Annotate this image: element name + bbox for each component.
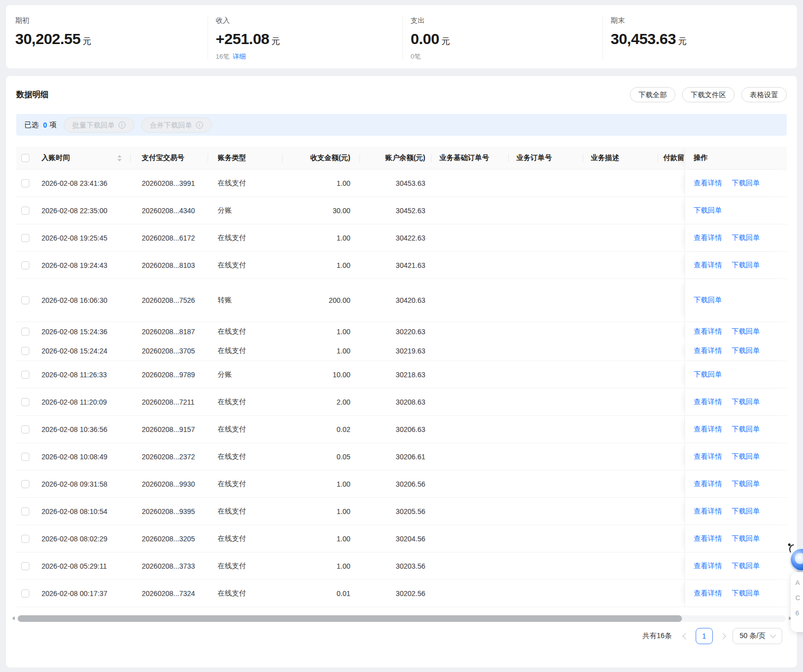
cell-actions: 查看详情下载回单: [685, 388, 787, 415]
row-checkbox[interactable]: [21, 453, 29, 461]
summary-unit: 元: [678, 35, 687, 47]
scroll-left-arrow[interactable]: [10, 616, 16, 620]
income-details-link[interactable]: 详细: [232, 53, 246, 60]
view-details-link[interactable]: 查看详情: [694, 534, 722, 543]
cell-account-type: 在线支付: [208, 327, 283, 336]
cell-entry-time: 2026-02-08 22:35:00: [42, 207, 131, 215]
cell-account-type: 在线支付: [208, 589, 283, 598]
row-checkbox-cell: [16, 207, 42, 215]
cell-account-type: 在线支付: [208, 398, 283, 407]
summary-label: 支出: [411, 16, 603, 25]
cell-transaction-id: 20260208...6172: [131, 234, 208, 242]
download-receipt-link[interactable]: 下载回单: [732, 507, 760, 516]
view-details-link[interactable]: 查看详情: [694, 507, 722, 516]
transactions-table: 入账时间 支付宝交易号 账务类型 收支金额(元) 账户余额(元) 业务基础订单号…: [16, 147, 787, 607]
view-details-link[interactable]: 查看详情: [694, 562, 722, 571]
cell-account-type: 在线支付: [208, 233, 283, 243]
download-receipt-link[interactable]: 下载回单: [732, 327, 760, 336]
page-size-select[interactable]: 50 条/页: [733, 628, 782, 644]
cell-transaction-id: 20260208...8103: [131, 261, 208, 269]
row-checkbox[interactable]: [21, 589, 29, 598]
cell-amount: 10.00: [283, 371, 360, 379]
select-all-checkbox[interactable]: [21, 154, 29, 162]
table-row: 2026-02-08 08:10:5420260208...9395在线支付1.…: [16, 498, 787, 525]
download-receipt-link[interactable]: 下载回单: [694, 370, 722, 379]
download-all-button[interactable]: 下载全部: [630, 87, 675, 102]
table-row: 2026-02-08 19:25:4520260208...6172在线支付1.…: [16, 224, 787, 252]
col-transaction-id: 支付宝交易号: [131, 153, 208, 163]
page: 期初 30,202.55 元 收入 +251.08 元 16笔详细 支出 0.0…: [0, 0, 803, 672]
row-checkbox[interactable]: [21, 562, 29, 570]
cell-entry-time: 2026-02-08 15:24:24: [42, 347, 131, 355]
view-details-link[interactable]: 查看详情: [694, 327, 722, 336]
view-details-link[interactable]: 查看详情: [694, 179, 722, 188]
assistant-panel[interactable]: A C 6: [791, 572, 803, 632]
download-receipt-link[interactable]: 下载回单: [694, 296, 722, 305]
sort-toggle[interactable]: [117, 155, 122, 162]
download-receipt-link[interactable]: 下载回单: [732, 589, 760, 598]
row-checkbox[interactable]: [21, 398, 29, 406]
info-icon: i: [196, 122, 203, 129]
row-checkbox[interactable]: [21, 480, 29, 488]
row-checkbox[interactable]: [21, 296, 29, 304]
cell-amount: 1.00: [283, 234, 360, 242]
view-details-link[interactable]: 查看详情: [694, 398, 722, 407]
next-page-button[interactable]: [719, 633, 726, 640]
merge-download-receipts-button[interactable]: 合并下载回单 i: [141, 117, 212, 133]
view-details-link[interactable]: 查看详情: [694, 452, 722, 461]
row-checkbox[interactable]: [21, 234, 29, 242]
col-balance: 账户余额(元): [360, 153, 431, 163]
download-receipt-link[interactable]: 下载回单: [732, 534, 760, 543]
scrollbar-track[interactable]: [17, 615, 786, 622]
view-details-link[interactable]: 查看详情: [694, 480, 722, 489]
row-checkbox-cell: [16, 425, 42, 433]
cell-transaction-id: 20260208...2372: [131, 453, 208, 461]
cell-actions: 查看详情下载回单: [685, 443, 787, 470]
row-checkbox[interactable]: [21, 371, 29, 379]
row-checkbox[interactable]: [21, 535, 29, 543]
view-details-link[interactable]: 查看详情: [694, 425, 722, 434]
cell-amount: 1.00: [283, 562, 360, 570]
download-receipt-link[interactable]: 下载回单: [732, 233, 760, 243]
row-checkbox[interactable]: [21, 261, 29, 269]
download-receipt-link[interactable]: 下载回单: [732, 425, 760, 434]
cell-amount: 1.00: [283, 507, 360, 516]
cell-entry-time: 2026-02-08 11:20:09: [42, 398, 131, 406]
download-receipt-link[interactable]: 下载回单: [732, 346, 760, 355]
download-receipt-link[interactable]: 下载回单: [732, 179, 760, 188]
download-receipt-link[interactable]: 下载回单: [732, 562, 760, 571]
view-details-link[interactable]: 查看详情: [694, 589, 722, 598]
assistant-mascot-icon[interactable]: [788, 546, 803, 570]
download-receipt-link[interactable]: 下载回单: [694, 206, 722, 215]
batch-download-receipts-button[interactable]: 批量下载回单 i: [64, 117, 134, 133]
scrollbar-thumb[interactable]: [18, 615, 682, 622]
row-checkbox[interactable]: [21, 179, 29, 187]
col-order-id: 业务订单号: [509, 153, 583, 163]
download-receipt-link[interactable]: 下载回单: [732, 398, 760, 407]
row-checkbox[interactable]: [21, 347, 29, 355]
col-description: 业务描述: [583, 153, 658, 163]
view-details-link[interactable]: 查看详情: [694, 346, 722, 355]
cell-entry-time: 2026-02-08 00:17:37: [42, 589, 131, 598]
download-file-area-button[interactable]: 下载文件区: [682, 87, 735, 102]
row-checkbox-cell: [16, 398, 42, 406]
prev-page-button[interactable]: [682, 633, 689, 640]
table-row: 2026-02-08 23:41:3620260208...3991在线支付1.…: [16, 170, 787, 197]
summary-unit: 元: [83, 35, 91, 47]
cell-account-type: 分账: [208, 206, 283, 215]
page-number-button[interactable]: 1: [696, 628, 713, 644]
cell-transaction-id: 20260208...8187: [131, 328, 208, 336]
view-details-link[interactable]: 查看详情: [694, 233, 722, 243]
row-checkbox[interactable]: [21, 425, 29, 433]
summary-expense: 支出 0.00 元 0笔: [403, 15, 603, 59]
download-receipt-link[interactable]: 下载回单: [732, 480, 760, 489]
summary-value: 30,202.55: [15, 30, 81, 48]
download-receipt-link[interactable]: 下载回单: [732, 261, 760, 270]
row-checkbox[interactable]: [21, 207, 29, 215]
row-checkbox[interactable]: [21, 507, 29, 516]
table-settings-button[interactable]: 表格设置: [741, 87, 787, 102]
row-checkbox[interactable]: [21, 328, 29, 336]
download-receipt-link[interactable]: 下载回单: [732, 452, 760, 461]
cell-transaction-id: 20260208...9157: [131, 425, 208, 433]
view-details-link[interactable]: 查看详情: [694, 261, 722, 270]
